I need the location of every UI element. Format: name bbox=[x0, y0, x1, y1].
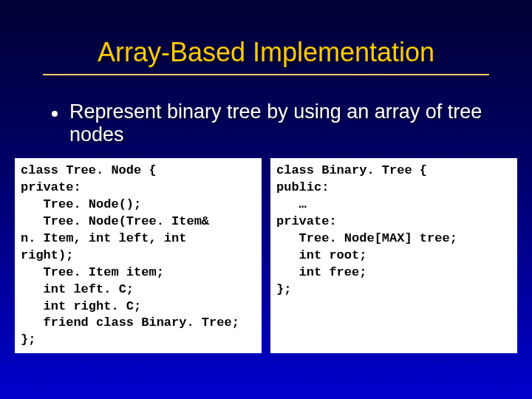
code-container: class Tree. Node { private: Tree. Node()… bbox=[15, 158, 517, 353]
code-block-right: class Binary. Tree { public: … private: … bbox=[270, 158, 517, 353]
title-underline bbox=[43, 74, 489, 75]
bullet-dot-icon bbox=[52, 111, 58, 117]
slide-title: Array-Based Implementation bbox=[0, 0, 532, 68]
code-block-left: class Tree. Node { private: Tree. Node()… bbox=[15, 158, 262, 353]
bullet-text: Represent binary tree by using an array … bbox=[69, 100, 488, 146]
bullet-item: Represent binary tree by using an array … bbox=[52, 100, 488, 146]
